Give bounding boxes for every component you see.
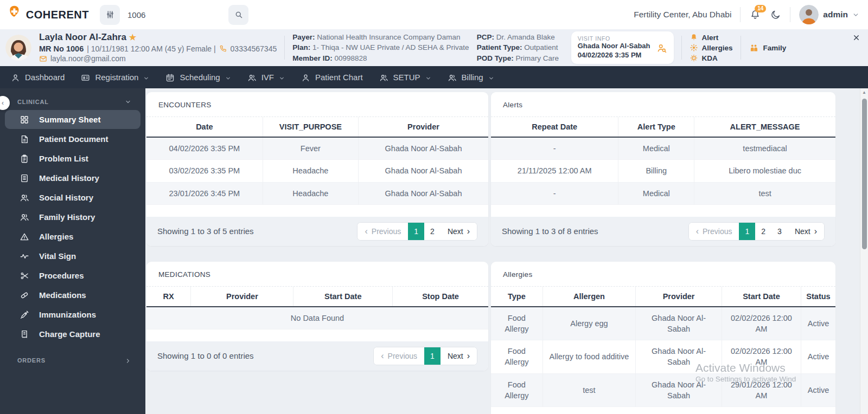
search-button[interactable] [228, 5, 248, 25]
close-banner-button[interactable] [852, 33, 860, 42]
page-button-1[interactable]: 1 [739, 223, 755, 240]
sidebar-section-clinical[interactable]: CLINICAL [0, 93, 145, 109]
previous-button[interactable]: ‹Previous [358, 223, 408, 240]
column-header-rx[interactable]: RX [146, 287, 191, 307]
table-row[interactable]: 21/11/2025 12:00 AMBillingLibero molesti… [491, 160, 835, 182]
nav-item-ivf[interactable]: IVF [247, 72, 285, 82]
column-header-provider[interactable]: Provider [359, 117, 488, 137]
table-cell: Libero molestiae duc [694, 160, 835, 182]
header-row: RXProviderStart DateStop Date [146, 287, 488, 307]
sidebar: ‹ CLINICAL Summary Sheet Patient Documen… [0, 88, 145, 414]
nav-item-scheduling[interactable]: Scheduling [165, 72, 231, 82]
family-button[interactable]: Family [749, 43, 787, 53]
column-header-allergen[interactable]: Allergen [542, 287, 635, 307]
spacer [491, 407, 835, 414]
next-button[interactable]: Next› [441, 347, 477, 365]
sidebar-item-immunizations[interactable]: Immunizations [0, 305, 145, 324]
column-header-alert-type[interactable]: Alert Type [618, 117, 694, 137]
alert-flag[interactable]: Alert [690, 33, 733, 42]
table-cell: Ghada Noor Al-Sabah [359, 160, 488, 182]
sidebar-item-procedures[interactable]: Procedures [0, 266, 145, 285]
table-cell: Medical [618, 137, 694, 160]
page-button-1[interactable]: 1 [408, 223, 424, 240]
sidebar-item-medical-history[interactable]: Medical History [0, 169, 145, 187]
table-row[interactable]: Food AllergyAllergy to food additiveGhad… [491, 340, 835, 374]
sidebar-item-allergies[interactable]: Allergies [0, 227, 145, 246]
family-icon [749, 43, 759, 53]
nav-item-registration[interactable]: Registration [81, 72, 149, 82]
table-row[interactable]: -Medicaltest [491, 182, 835, 204]
next-button[interactable]: Next› [441, 223, 477, 240]
nav-item-patient-chart[interactable]: Patient Chart [301, 72, 363, 82]
sidebar-section-orders[interactable]: ORDERS [0, 351, 145, 368]
table-cell: Alergy egg [542, 307, 635, 340]
sidebar-item-medications[interactable]: Medications [0, 286, 145, 305]
previous-button[interactable]: ‹Previous [374, 347, 424, 365]
column-header-provider[interactable]: Provider [636, 287, 722, 307]
sidebar-item-charge-capture[interactable]: Charge Capture [0, 325, 145, 344]
coherent-logo-icon [8, 5, 21, 24]
patient-phone: 03334567345 [231, 44, 277, 54]
page-button-3[interactable]: 3 [771, 223, 788, 240]
table-row[interactable]: 23/01/2026 3:45 PMHeadacheGhada Noor Al-… [146, 182, 488, 204]
plan-value: 1- Thiqa - NW UAE Private / AD SEHA & Pr… [312, 43, 469, 51]
page-button-1[interactable]: 1 [424, 347, 441, 365]
allergies-card: Allergies TypeAllergenProviderStart Date… [491, 262, 835, 414]
notification-badge: 14 [755, 5, 766, 12]
sidebar-item-social-history[interactable]: Social History [0, 188, 145, 207]
visit-info-card[interactable]: VISIT INFO Ghada Noor Al-Sabah 04/02/202… [571, 31, 674, 64]
table-row[interactable]: -Medicaltestmediacal [491, 137, 835, 160]
table-row[interactable]: Food AllergyAlergy eggGhada Noor Al-Saba… [491, 307, 835, 340]
column-header-date[interactable]: Date [146, 117, 263, 137]
previous-button[interactable]: ‹Previous [689, 223, 739, 240]
kda-flag[interactable]: KDA [690, 54, 733, 62]
column-header-start-date[interactable]: Start Date [722, 287, 801, 307]
nav-item-setup[interactable]: SETUP [379, 72, 431, 82]
column-header-stop-date[interactable]: Stop Date [393, 287, 488, 307]
sidebar-item-problem-list[interactable]: Problem List [0, 149, 145, 168]
page-button-2[interactable]: 2 [424, 223, 441, 240]
scroll-up-arrow[interactable]: ▲ [860, 90, 868, 95]
nav-item-billing[interactable]: Billing [448, 72, 494, 82]
column-header-visit-purpose[interactable]: VISIT_PURPOSE [263, 117, 358, 137]
visit-provider: Ghada Noor Al-Sabah [578, 42, 650, 51]
sidebar-item-summary-sheet[interactable]: Summary Sheet [5, 110, 141, 129]
moon-icon [770, 9, 781, 21]
notifications-button[interactable]: 14 [749, 9, 761, 21]
next-button[interactable]: Next› [788, 223, 824, 240]
payer-value: National Health Insurance Company Daman [317, 33, 460, 41]
sidebar-item-patient-document[interactable]: Patient Document [0, 130, 145, 148]
table-cell: Active [801, 307, 835, 340]
sidebar-item-family-history[interactable]: Family History [0, 208, 145, 227]
divider [741, 36, 741, 60]
header-row: DateVISIT_PURPOSEProvider [146, 117, 488, 137]
column-header-start-date[interactable]: Start Date [293, 287, 393, 307]
table-cell: testmediacal [694, 137, 835, 160]
column-header-status[interactable]: Status [801, 287, 835, 307]
page-button-2[interactable]: 2 [755, 223, 771, 240]
column-header-repeat-date[interactable]: Repeat Date [491, 117, 618, 137]
medications-card: MEDICATIONS RXProviderStart DateStop Dat… [146, 262, 488, 371]
column-header-alert-message[interactable]: ALERT_MESSAGE [694, 117, 835, 137]
table-row[interactable]: Food AllergytestGhada Noor Al-Sabah29/01… [491, 373, 835, 407]
spacer [491, 205, 835, 217]
table-cell: Ghada Noor Al-Sabah [359, 182, 488, 204]
scrollbar-thumb[interactable] [862, 99, 867, 249]
page-scrollbar[interactable]: ▲ [860, 88, 868, 414]
table-footer: Showing 1 to 3 of 8 entries ‹Previous123… [491, 217, 835, 246]
table-cell: 03/02/2026 3:35 PM [146, 160, 263, 182]
nav-item-dashboard[interactable]: Dashboard [11, 72, 65, 82]
search-filter-button[interactable] [100, 5, 120, 25]
star-icon[interactable]: ★ [129, 33, 136, 42]
allergies-flag[interactable]: Allergies [690, 43, 733, 52]
table-row[interactable]: 04/02/2026 3:35 PMFeverGhada Noor Al-Sab… [146, 137, 488, 160]
divider [284, 36, 285, 60]
column-header-type[interactable]: Type [491, 287, 542, 307]
column-header-provider[interactable]: Provider [191, 287, 293, 307]
dark-mode-toggle[interactable] [770, 9, 781, 21]
sidebar-item-vital-sign[interactable]: Vital Sign [0, 247, 145, 266]
table-row[interactable]: 03/02/2026 3:35 PMHeadacheGhada Noor Al-… [146, 160, 488, 182]
search-input[interactable] [120, 10, 228, 20]
user-menu[interactable]: admin [799, 5, 859, 24]
chevron-down-icon [852, 10, 859, 20]
